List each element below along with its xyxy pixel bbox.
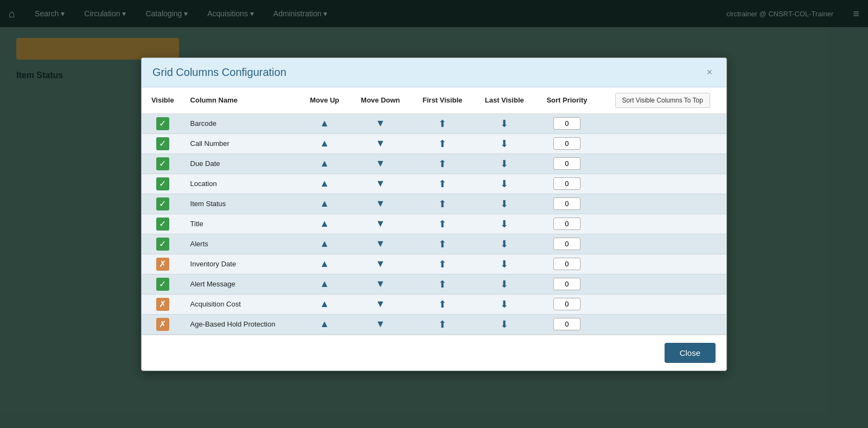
last-visible-cell[interactable]: ⬇ xyxy=(474,133,535,154)
move-up-cell[interactable]: ▲ xyxy=(299,274,349,294)
first-visible-cell[interactable]: ⬆ xyxy=(411,214,474,234)
last-visible-cell[interactable]: ⬇ xyxy=(474,274,535,294)
last-visible-cell[interactable]: ⬇ xyxy=(474,294,535,314)
move-down-icon[interactable]: ▼ xyxy=(375,318,385,329)
move-down-cell[interactable]: ▼ xyxy=(349,274,411,294)
visibility-checkbox[interactable]: ✓ xyxy=(156,197,169,210)
first-visible-cell[interactable]: ⬆ xyxy=(411,113,474,133)
sort-priority-input[interactable] xyxy=(553,177,580,190)
move-up-icon[interactable]: ▲ xyxy=(320,138,329,149)
first-visible-icon[interactable]: ⬆ xyxy=(438,239,446,250)
move-down-cell[interactable]: ▼ xyxy=(349,194,411,214)
sort-priority-cell[interactable] xyxy=(535,274,598,294)
first-visible-cell[interactable]: ⬆ xyxy=(411,234,474,254)
sort-priority-input[interactable] xyxy=(553,137,580,150)
last-visible-cell[interactable]: ⬇ xyxy=(474,234,535,254)
visibility-checkbox[interactable]: ✗ xyxy=(156,258,169,271)
last-visible-icon[interactable]: ⬇ xyxy=(500,319,508,330)
move-up-cell[interactable]: ▲ xyxy=(299,254,349,274)
last-visible-cell[interactable]: ⬇ xyxy=(474,254,535,274)
move-up-icon[interactable]: ▲ xyxy=(320,258,329,269)
visibility-checkbox[interactable]: ✓ xyxy=(156,238,169,251)
first-visible-icon[interactable]: ⬆ xyxy=(438,279,446,290)
first-visible-cell[interactable]: ⬆ xyxy=(411,133,474,154)
visibility-checkbox[interactable]: ✓ xyxy=(156,157,169,170)
last-visible-cell[interactable]: ⬇ xyxy=(474,214,535,234)
last-visible-cell[interactable]: ⬇ xyxy=(474,194,535,214)
visible-cell[interactable]: ✗ xyxy=(142,314,184,334)
first-visible-cell[interactable]: ⬆ xyxy=(411,294,474,314)
first-visible-cell[interactable]: ⬆ xyxy=(411,254,474,274)
move-down-icon[interactable]: ▼ xyxy=(375,118,385,129)
sort-visible-columns-button[interactable]: Sort Visible Columns To Top xyxy=(615,93,710,108)
visible-cell[interactable]: ✓ xyxy=(142,274,184,294)
last-visible-cell[interactable]: ⬇ xyxy=(474,174,535,194)
grid-scroll-area[interactable]: Visible Column Name Move Up Move Down Fi… xyxy=(142,87,726,335)
move-down-icon[interactable]: ▼ xyxy=(375,178,385,189)
sort-priority-input[interactable] xyxy=(553,117,580,130)
visible-cell[interactable]: ✓ xyxy=(142,133,184,154)
visibility-checkbox[interactable]: ✗ xyxy=(156,298,169,311)
move-up-cell[interactable]: ▲ xyxy=(299,194,349,214)
move-up-cell[interactable]: ▲ xyxy=(299,214,349,234)
first-visible-icon[interactable]: ⬆ xyxy=(438,319,446,330)
move-up-cell[interactable]: ▲ xyxy=(299,234,349,254)
sort-priority-input[interactable] xyxy=(553,218,580,230)
visible-cell[interactable]: ✓ xyxy=(142,194,184,214)
sort-priority-cell[interactable] xyxy=(535,254,598,274)
move-up-icon[interactable]: ▲ xyxy=(320,158,329,169)
move-down-icon[interactable]: ▼ xyxy=(375,218,385,229)
move-down-cell[interactable]: ▼ xyxy=(349,234,411,254)
move-down-icon[interactable]: ▼ xyxy=(375,138,385,149)
move-down-cell[interactable]: ▼ xyxy=(349,174,411,194)
last-visible-icon[interactable]: ⬇ xyxy=(500,299,508,310)
last-visible-icon[interactable]: ⬇ xyxy=(500,219,508,229)
sort-priority-input[interactable] xyxy=(553,318,580,330)
sort-priority-input[interactable] xyxy=(553,157,580,170)
first-visible-cell[interactable]: ⬆ xyxy=(411,314,474,334)
last-visible-icon[interactable]: ⬇ xyxy=(500,279,508,290)
visible-cell[interactable]: ✗ xyxy=(142,254,184,274)
first-visible-icon[interactable]: ⬆ xyxy=(438,138,446,149)
last-visible-icon[interactable]: ⬇ xyxy=(500,178,508,189)
move-down-icon[interactable]: ▼ xyxy=(375,158,385,169)
move-up-icon[interactable]: ▲ xyxy=(320,118,329,129)
modal-close-button[interactable]: × xyxy=(703,66,716,79)
sort-priority-cell[interactable] xyxy=(535,294,598,314)
sort-priority-cell[interactable] xyxy=(535,174,598,194)
first-visible-icon[interactable]: ⬆ xyxy=(438,158,446,169)
first-visible-cell[interactable]: ⬆ xyxy=(411,194,474,214)
move-up-cell[interactable]: ▲ xyxy=(299,174,349,194)
last-visible-icon[interactable]: ⬇ xyxy=(500,118,508,129)
visible-cell[interactable]: ✓ xyxy=(142,214,184,234)
last-visible-icon[interactable]: ⬇ xyxy=(500,138,508,149)
sort-priority-input[interactable] xyxy=(553,258,580,270)
last-visible-cell[interactable]: ⬇ xyxy=(474,314,535,334)
move-up-cell[interactable]: ▲ xyxy=(299,113,349,133)
visibility-checkbox[interactable]: ✗ xyxy=(156,318,169,331)
first-visible-icon[interactable]: ⬆ xyxy=(438,259,446,270)
sort-priority-input[interactable] xyxy=(553,197,580,210)
close-button[interactable]: Close xyxy=(665,343,716,363)
visible-cell[interactable]: ✓ xyxy=(142,174,184,194)
first-visible-icon[interactable]: ⬆ xyxy=(438,199,446,209)
last-visible-icon[interactable]: ⬇ xyxy=(500,199,508,209)
move-down-cell[interactable]: ▼ xyxy=(349,214,411,234)
last-visible-icon[interactable]: ⬇ xyxy=(500,259,508,270)
move-down-cell[interactable]: ▼ xyxy=(349,314,411,334)
first-visible-icon[interactable]: ⬆ xyxy=(438,118,446,129)
sort-priority-cell[interactable] xyxy=(535,194,598,214)
last-visible-cell[interactable]: ⬇ xyxy=(474,113,535,133)
last-visible-icon[interactable]: ⬇ xyxy=(500,158,508,169)
move-down-icon[interactable]: ▼ xyxy=(375,198,385,209)
move-up-cell[interactable]: ▲ xyxy=(299,133,349,154)
visible-cell[interactable]: ✓ xyxy=(142,234,184,254)
visible-cell[interactable]: ✓ xyxy=(142,113,184,133)
visibility-checkbox[interactable]: ✓ xyxy=(156,218,169,231)
sort-priority-cell[interactable] xyxy=(535,314,598,334)
sort-priority-input[interactable] xyxy=(553,298,580,310)
visibility-checkbox[interactable]: ✓ xyxy=(156,137,169,150)
move-down-icon[interactable]: ▼ xyxy=(375,298,385,309)
move-down-cell[interactable]: ▼ xyxy=(349,154,411,174)
move-down-icon[interactable]: ▼ xyxy=(375,278,385,289)
